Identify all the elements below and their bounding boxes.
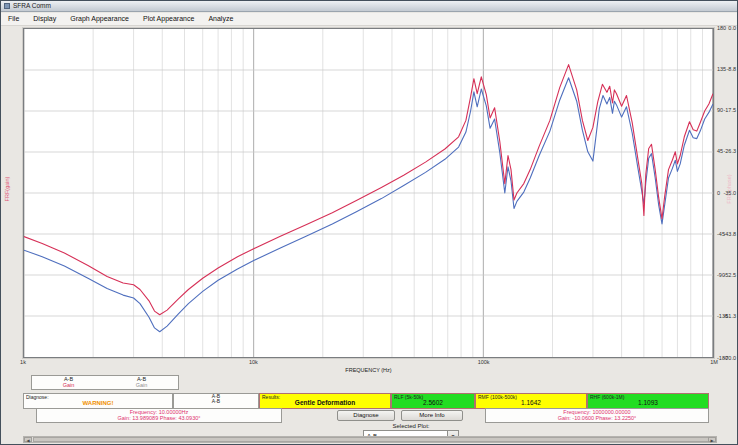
menu-bar: FileDisplayGraph AppearancePlot Appearan… — [1, 13, 737, 26]
menu-item-display[interactable]: Display — [26, 13, 63, 25]
menu-item-graph-appearance[interactable]: Graph Appearance — [63, 13, 136, 25]
metric-value: 1.1093 — [588, 400, 708, 407]
selected-plot-label: Selected Plot: — [341, 423, 481, 429]
y-tick-right: 0 — [717, 191, 737, 197]
y-tick-right: -135 — [717, 314, 737, 320]
scroll-left-icon[interactable]: ◀ — [24, 437, 32, 442]
title-bar[interactable]: SFRA Comm — [1, 1, 737, 12]
legend-series-name: Gain — [32, 383, 105, 389]
y-axis-label-left: FRF(gain) — [4, 169, 10, 209]
frf-curve — [24, 78, 713, 332]
metric-panel-1: RMF (100k-500k)1.1642 — [475, 393, 587, 409]
metric-value: 1.1642 — [476, 400, 586, 407]
cursor-right-gain-phase: Gain: -10.0600 Phase: 13.2250° — [486, 416, 708, 422]
legend-box: A-BGainA-BGain — [31, 375, 179, 390]
cursor-readout-right: Frequency: 1000000.00000 Gain: -10.0600 … — [485, 408, 709, 423]
metric-panel-2: RHF (600k-1M)1.1093 — [587, 393, 709, 409]
results-panel: Results: Gentle Deformation — [259, 393, 391, 409]
scroll-right-icon[interactable]: ▶ — [708, 437, 716, 442]
legend-entry-0[interactable]: A-BGain — [32, 376, 105, 389]
menu-item-file[interactable]: File — [1, 13, 26, 25]
y-tick-right: 45 — [717, 149, 737, 155]
x-tick: 1k — [20, 360, 26, 366]
y-tick-right: 135 — [717, 67, 737, 73]
diagnose-panel: Diagnose: WARNING! — [23, 393, 173, 409]
scrollbar-thumb[interactable] — [33, 437, 709, 442]
y-tick-right: -45 — [717, 232, 737, 238]
plot-canvas[interactable] — [23, 28, 714, 358]
x-tick: 1M — [710, 360, 718, 366]
cursor-readout-left: Frequency: 10.00000Hz Gain: 13.989089 Ph… — [36, 408, 282, 423]
legend-series-name: Gain — [105, 383, 178, 389]
legend-entry-1[interactable]: A-BGain — [105, 376, 178, 389]
diagnose-button[interactable]: Diagnose — [337, 410, 395, 421]
app-icon — [4, 3, 10, 9]
compared-plots-box: A-BA-B — [173, 393, 259, 409]
y-tick-right: 90 — [717, 108, 737, 114]
frf-curve — [24, 65, 713, 315]
menu-item-plot-appearance[interactable]: Plot Appearance — [136, 13, 201, 25]
menu-item-analyze[interactable]: Analyze — [201, 13, 240, 25]
horizontal-scrollbar[interactable]: ◀ ▶ — [23, 436, 717, 443]
warning-text: WARNING! — [24, 400, 172, 406]
more-info-button[interactable]: More Info — [401, 410, 463, 421]
y-tick-right: -90 — [717, 273, 737, 279]
app-window: SFRA Comm FileDisplayGraph AppearancePlo… — [0, 0, 738, 445]
x-tick: 100k — [478, 360, 490, 366]
cursor-left-gain-phase: Gain: 13.989089 Phase: 43.0930° — [37, 416, 281, 422]
metric-value: 2.5602 — [392, 400, 474, 407]
frf-plot-svg — [24, 29, 713, 357]
metric-panel-0: RLF (5k-50k)2.5602 — [391, 393, 475, 409]
y-tick-right: 180 — [717, 26, 737, 32]
x-axis-label: FREQUENCY (Hz) — [23, 367, 714, 373]
results-value: Gentle Deformation — [260, 400, 390, 407]
x-tick: 10k — [249, 360, 258, 366]
y-tick-right: -180 — [717, 356, 737, 362]
y-axis-label-right: FRF(phase) — [726, 167, 732, 211]
compared-plot-id: A-B — [174, 399, 258, 404]
window-title: SFRA Comm — [13, 3, 51, 10]
